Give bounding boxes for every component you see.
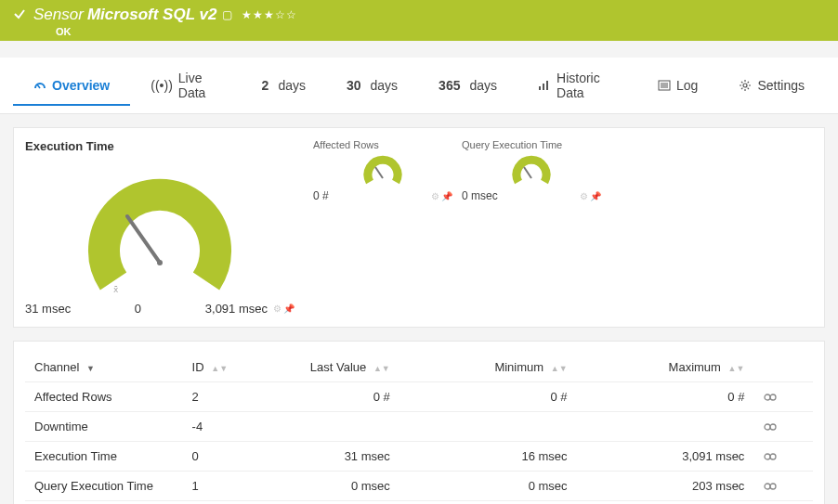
gear-icon	[739, 79, 752, 92]
status-badge: OK	[56, 26, 297, 37]
cell-min: 0 msec	[399, 472, 577, 501]
cell-id: 1	[183, 472, 252, 501]
sort-icon: ▲▼	[728, 364, 745, 373]
cell-max: 3,091 msec	[577, 442, 754, 472]
svg-rect-1	[539, 86, 541, 90]
flag-icon[interactable]: ▢	[222, 8, 232, 21]
gauge-label: Execution Time	[25, 139, 295, 153]
pin-icon[interactable]: 📌	[441, 191, 452, 201]
col-maximum[interactable]: Maximum ▲▼	[577, 353, 754, 382]
col-channel[interactable]: Channel ▼	[25, 353, 183, 382]
sensor-name: Microsoft SQL v2	[87, 6, 217, 24]
cell-id: 0	[183, 442, 252, 472]
gear-icon[interactable]: ⚙	[580, 191, 588, 201]
log-icon	[658, 80, 671, 91]
cell-max: 203 msec	[577, 472, 754, 501]
svg-point-10	[157, 260, 163, 265]
cell-last: 0 msec	[252, 472, 399, 501]
row-settings-icon[interactable]	[763, 452, 804, 461]
col-id[interactable]: ID ▲▼	[183, 353, 252, 382]
tab-overview[interactable]: Overview	[13, 65, 130, 106]
cell-channel: Downtime	[25, 412, 183, 442]
sort-desc-icon: ▼	[86, 364, 95, 373]
gauge-execution-time: Execution Time x̄ 31 msec 0 3,091 msec ⚙…	[25, 139, 295, 316]
tab-bar: Overview ((•)) Live Data 2days 30days 36…	[0, 58, 838, 114]
channels-table-panel: Channel ▼ ID ▲▼ Last Value ▲▼ Minimum ▲▼…	[13, 341, 825, 504]
svg-point-19	[770, 454, 776, 459]
svg-line-9	[127, 216, 160, 263]
cell-last: 0 #	[252, 382, 399, 412]
tab-settings[interactable]: Settings	[718, 65, 825, 106]
rating-stars[interactable]: ★★★☆☆	[242, 8, 297, 21]
sort-icon: ▲▼	[211, 364, 228, 373]
gauge-value: 31 msec	[25, 302, 71, 316]
svg-rect-2	[543, 84, 544, 90]
gauge-value: 0 msec	[462, 189, 498, 202]
svg-line-13	[524, 167, 531, 178]
col-last-value[interactable]: Last Value ▲▼	[252, 353, 399, 382]
col-minimum[interactable]: Minimum ▲▼	[399, 353, 577, 382]
table-row: Query Execution Time10 msec0 msec203 mse…	[25, 472, 813, 501]
svg-point-16	[765, 424, 770, 430]
channels-table: Channel ▼ ID ▲▼ Last Value ▲▼ Minimum ▲▼…	[25, 353, 813, 501]
status-ok-icon	[13, 7, 26, 20]
pin-icon[interactable]: 📌	[283, 304, 295, 314]
svg-point-8	[743, 84, 747, 87]
row-settings-icon[interactable]	[763, 422, 804, 432]
svg-line-12	[375, 167, 383, 178]
gauge-controls[interactable]: ⚙📌	[273, 304, 295, 314]
cell-max: 0 #	[577, 382, 754, 412]
cell-max	[577, 412, 754, 442]
gauge-controls[interactable]: ⚙📌	[431, 191, 452, 201]
cell-channel: Affected Rows	[25, 382, 183, 412]
svg-text:x̄: x̄	[113, 285, 119, 294]
cell-channel: Query Execution Time	[25, 472, 183, 501]
sort-icon: ▲▼	[551, 364, 568, 373]
tab-historic-data[interactable]: Historic Data	[517, 58, 637, 113]
svg-point-14	[765, 394, 770, 400]
cell-min	[399, 412, 577, 442]
sensor-type-label: Sensor	[33, 6, 84, 24]
svg-point-20	[765, 484, 770, 489]
table-row: Downtime-4	[25, 412, 813, 442]
tab-live-data[interactable]: ((•)) Live Data	[130, 58, 241, 113]
sensor-header: Sensor Microsoft SQL v2 ▢ ★★★☆☆ OK	[0, 0, 838, 41]
gauge-query-execution-time: Query Execution Time 0 msec ⚙📌	[462, 139, 601, 202]
cell-channel: Execution Time	[25, 442, 183, 472]
gear-icon[interactable]: ⚙	[273, 304, 282, 314]
cell-min: 0 #	[399, 382, 577, 412]
cell-last	[252, 412, 399, 442]
gauge-label: Affected Rows	[313, 139, 452, 150]
pin-icon[interactable]: 📌	[590, 191, 601, 201]
gauge-controls[interactable]: ⚙📌	[580, 191, 601, 201]
tab-30-days[interactable]: 30days	[326, 65, 418, 106]
row-settings-icon[interactable]	[763, 393, 804, 402]
cell-id: -4	[183, 412, 252, 442]
gauges-panel: Execution Time x̄ 31 msec 0 3,091 msec ⚙…	[13, 127, 825, 328]
gauge-max: 3,091 msec	[205, 302, 268, 316]
chart-icon	[538, 80, 551, 91]
cell-min: 16 msec	[399, 442, 577, 472]
tab-2-days[interactable]: 2days	[242, 65, 326, 106]
gauge-affected-rows: Affected Rows 0 # ⚙📌	[313, 139, 452, 202]
svg-rect-3	[546, 81, 548, 90]
gear-icon[interactable]: ⚙	[431, 191, 439, 201]
gauge-min: 0	[71, 302, 205, 316]
svg-line-0	[37, 84, 40, 88]
table-row: Execution Time031 msec16 msec3,091 msec	[25, 442, 813, 472]
sort-icon: ▲▼	[373, 364, 390, 373]
svg-point-15	[770, 394, 776, 400]
live-icon: ((•))	[151, 78, 173, 93]
table-row: Affected Rows20 #0 #0 #	[25, 382, 813, 412]
svg-point-17	[770, 424, 776, 430]
gauge-value: 0 #	[313, 189, 329, 202]
tab-365-days[interactable]: 365days	[418, 65, 517, 106]
svg-point-18	[765, 454, 770, 459]
row-settings-icon[interactable]	[763, 482, 804, 491]
svg-point-21	[770, 484, 776, 489]
cell-id: 2	[183, 382, 252, 412]
cell-last: 31 msec	[252, 442, 399, 472]
gauge-icon	[33, 79, 46, 92]
tab-log[interactable]: Log	[637, 65, 718, 106]
gauge-label: Query Execution Time	[462, 139, 601, 150]
